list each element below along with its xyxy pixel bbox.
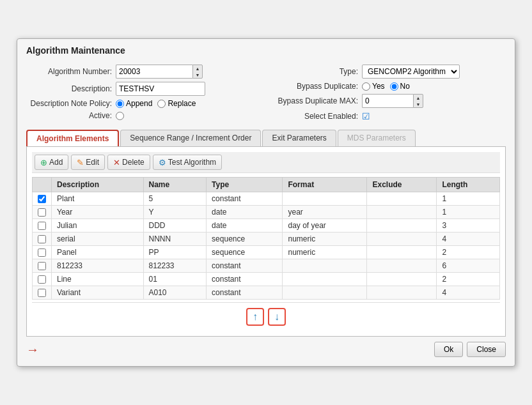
col-header-description: Description <box>52 178 144 192</box>
test-label: Test Algorithm <box>168 158 216 167</box>
row-type-0: constant <box>207 192 283 206</box>
tab-algorithm-elements[interactable]: Algorithm Elements <box>26 130 119 146</box>
toolbar: ⊕ Add ✎ Edit ✕ Delete ⚙ Test Algorithm <box>32 152 500 173</box>
policy-replace-radio[interactable] <box>157 100 166 108</box>
test-algorithm-button[interactable]: ⚙ Test Algorithm <box>153 155 222 170</box>
row-type-2: date <box>207 219 283 233</box>
move-buttons-area: ↑ ↓ <box>32 302 500 331</box>
row-checkbox-cell <box>33 192 52 206</box>
policy-replace-item[interactable]: Replace <box>157 99 196 108</box>
row-checkbox-6[interactable] <box>38 275 46 284</box>
row-checkbox-3[interactable] <box>38 235 46 243</box>
form-left: Algorithm Number: ▲ ▼ Description: Descr… <box>26 65 260 125</box>
policy-replace-label: Replace <box>168 99 196 108</box>
up-arrow-icon: ↑ <box>253 311 258 323</box>
row-format-1: year <box>283 206 367 219</box>
algorithm-number-up[interactable]: ▲ <box>193 65 202 72</box>
add-button[interactable]: ⊕ Add <box>35 155 68 170</box>
description-input[interactable] <box>116 82 205 96</box>
bypass-no-item[interactable]: No <box>390 82 410 91</box>
bypass-duplicate-row: Bypass Duplicate: Yes No <box>272 82 506 91</box>
form-section: Algorithm Number: ▲ ▼ Description: Descr… <box>26 65 506 125</box>
row-length-3: 4 <box>437 233 500 246</box>
tab-exit-parameters-label: Exit Parameters <box>272 134 326 142</box>
row-description-5: 812233 <box>52 259 144 273</box>
row-checkbox-2[interactable] <box>38 222 46 230</box>
select-enabled-icon: ☑ <box>362 111 370 121</box>
row-type-4: sequence <box>207 246 283 259</box>
type-label: Type: <box>272 67 362 76</box>
bypass-yes-item[interactable]: Yes <box>362 82 385 91</box>
description-label: Description: <box>26 84 116 93</box>
row-format-5 <box>283 259 367 273</box>
bypass-yes-radio[interactable] <box>362 82 370 91</box>
form-right: Type: GENCOMP2 Algorithm Algorithm Type … <box>272 65 506 125</box>
algorithm-maintenance-dialog: Algorithm Maintenance Algorithm Number: … <box>17 38 515 367</box>
description-note-policy-row: Description Note Policy: Append Replace <box>26 99 260 108</box>
row-checkbox-cell <box>33 273 52 286</box>
row-format-7 <box>283 286 367 300</box>
arrow-right-icon: → <box>26 342 39 357</box>
select-enabled-checkbox-group: ☑ <box>362 111 370 121</box>
table-row: serial NNNN sequence numeric 4 <box>33 233 500 246</box>
row-exclude-7 <box>367 286 437 300</box>
row-checkbox-4[interactable] <box>38 248 46 257</box>
move-down-button[interactable]: ↓ <box>268 308 286 326</box>
active-checkbox-item <box>116 112 124 120</box>
tabs-container: Algorithm Elements Sequence Range / Incr… <box>26 130 506 146</box>
row-name-3: NNNN <box>143 233 207 246</box>
bypass-max-up[interactable]: ▲ <box>414 95 423 101</box>
row-checkbox-cell <box>33 286 52 300</box>
row-checkbox-0[interactable] <box>38 195 46 203</box>
row-format-6 <box>283 273 367 286</box>
active-radio[interactable] <box>116 112 124 120</box>
tab-content-algorithm-elements: ⊕ Add ✎ Edit ✕ Delete ⚙ Test Algorithm <box>26 146 506 337</box>
ok-button[interactable]: Ok <box>434 342 463 357</box>
row-exclude-2 <box>367 219 437 233</box>
row-format-4: numeric <box>283 246 367 259</box>
table-row: Line 01 constant 2 <box>33 273 500 286</box>
bypass-max-input-group: ▲ ▼ <box>362 94 423 108</box>
move-up-button[interactable]: ↑ <box>246 308 264 326</box>
row-type-5: constant <box>207 259 283 273</box>
active-row: Active: <box>26 111 260 120</box>
tab-exit-parameters[interactable]: Exit Parameters <box>262 130 336 146</box>
tab-sequence-range[interactable]: Sequence Range / Increment Order <box>120 130 261 146</box>
edit-button[interactable]: ✎ Edit <box>71 155 105 170</box>
tab-mds-parameters: MDS Parameters <box>338 130 416 146</box>
policy-append-item[interactable]: Append <box>116 99 152 108</box>
close-button[interactable]: Close <box>467 342 506 357</box>
row-exclude-3 <box>367 233 437 246</box>
bypass-max-input[interactable] <box>362 94 413 108</box>
row-exclude-1 <box>367 206 437 219</box>
row-name-5: 812233 <box>143 259 207 273</box>
row-checkbox-7[interactable] <box>38 289 46 297</box>
row-name-2: DDD <box>143 219 207 233</box>
policy-append-radio[interactable] <box>116 100 124 108</box>
test-icon: ⚙ <box>159 158 166 167</box>
table-row: Year Y date year 1 <box>33 206 500 219</box>
row-format-3: numeric <box>283 233 367 246</box>
row-length-0: 1 <box>437 192 500 206</box>
row-exclude-5 <box>367 259 437 273</box>
row-checkbox-5[interactable] <box>38 262 46 270</box>
table-row: Variant A010 constant 4 <box>33 286 500 300</box>
algorithm-number-down[interactable]: ▼ <box>193 72 202 78</box>
row-description-2: Julian <box>52 219 144 233</box>
tab-sequence-range-label: Sequence Range / Increment Order <box>130 134 251 142</box>
edit-label: Edit <box>86 158 99 167</box>
row-checkbox-1[interactable] <box>38 208 46 217</box>
row-exclude-4 <box>367 246 437 259</box>
type-select[interactable]: GENCOMP2 Algorithm Algorithm Type 2 Algo… <box>362 65 460 79</box>
select-enabled-row: Select Enabled: ☑ <box>272 111 506 121</box>
bypass-max-label: Bypass Duplicate MAX: <box>272 96 362 105</box>
table-row: 812233 812233 constant 6 <box>33 259 500 273</box>
edit-icon: ✎ <box>77 158 84 167</box>
down-arrow-icon: ↓ <box>274 311 279 323</box>
delete-button[interactable]: ✕ Delete <box>107 155 150 170</box>
bypass-max-down[interactable]: ▼ <box>414 101 423 107</box>
col-header-name: Name <box>143 178 207 192</box>
row-name-7: A010 <box>143 286 207 300</box>
bypass-no-radio[interactable] <box>390 82 398 91</box>
algorithm-number-input[interactable] <box>116 65 192 79</box>
